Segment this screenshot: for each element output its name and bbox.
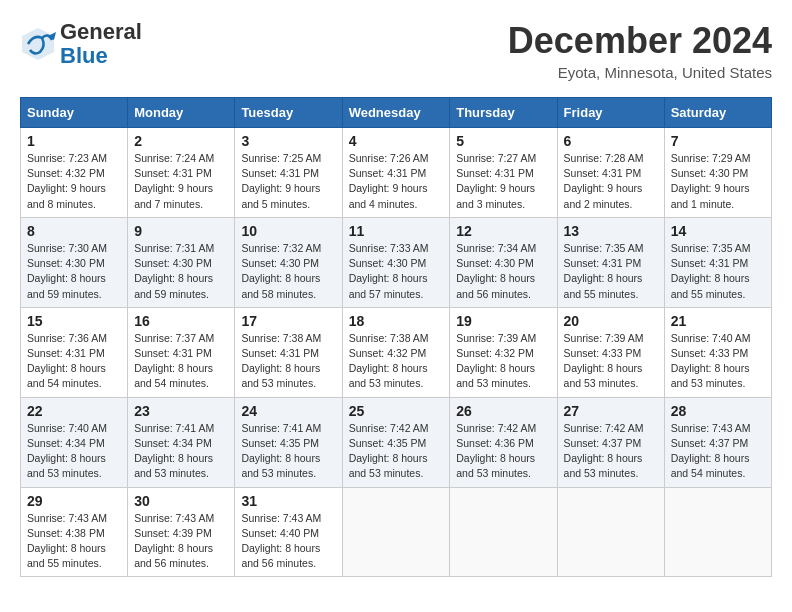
calendar-cell: 25Sunrise: 7:42 AMSunset: 4:35 PMDayligh… <box>342 397 450 487</box>
location: Eyota, Minnesota, United States <box>508 64 772 81</box>
calendar-cell: 17Sunrise: 7:38 AMSunset: 4:31 PMDayligh… <box>235 307 342 397</box>
day-info: Sunrise: 7:30 AMSunset: 4:30 PMDaylight:… <box>27 241 121 302</box>
calendar-cell <box>664 487 771 577</box>
day-number: 27 <box>564 403 658 419</box>
day-number: 13 <box>564 223 658 239</box>
day-number: 30 <box>134 493 228 509</box>
calendar-cell: 26Sunrise: 7:42 AMSunset: 4:36 PMDayligh… <box>450 397 557 487</box>
day-info: Sunrise: 7:31 AMSunset: 4:30 PMDaylight:… <box>134 241 228 302</box>
calendar-cell: 12Sunrise: 7:34 AMSunset: 4:30 PMDayligh… <box>450 217 557 307</box>
weekday-header-sunday: Sunday <box>21 98 128 128</box>
day-info: Sunrise: 7:43 AMSunset: 4:39 PMDaylight:… <box>134 511 228 572</box>
logo: General Blue <box>20 20 142 68</box>
weekday-header-wednesday: Wednesday <box>342 98 450 128</box>
calendar-cell: 13Sunrise: 7:35 AMSunset: 4:31 PMDayligh… <box>557 217 664 307</box>
day-number: 29 <box>27 493 121 509</box>
calendar-cell: 3Sunrise: 7:25 AMSunset: 4:31 PMDaylight… <box>235 128 342 218</box>
day-number: 28 <box>671 403 765 419</box>
calendar-cell: 6Sunrise: 7:28 AMSunset: 4:31 PMDaylight… <box>557 128 664 218</box>
day-number: 1 <box>27 133 121 149</box>
calendar-cell: 24Sunrise: 7:41 AMSunset: 4:35 PMDayligh… <box>235 397 342 487</box>
calendar-cell: 10Sunrise: 7:32 AMSunset: 4:30 PMDayligh… <box>235 217 342 307</box>
calendar-cell: 19Sunrise: 7:39 AMSunset: 4:32 PMDayligh… <box>450 307 557 397</box>
day-info: Sunrise: 7:24 AMSunset: 4:31 PMDaylight:… <box>134 151 228 212</box>
calendar-cell: 4Sunrise: 7:26 AMSunset: 4:31 PMDaylight… <box>342 128 450 218</box>
day-info: Sunrise: 7:37 AMSunset: 4:31 PMDaylight:… <box>134 331 228 392</box>
weekday-header-tuesday: Tuesday <box>235 98 342 128</box>
day-info: Sunrise: 7:42 AMSunset: 4:36 PMDaylight:… <box>456 421 550 482</box>
calendar-cell <box>557 487 664 577</box>
day-info: Sunrise: 7:23 AMSunset: 4:32 PMDaylight:… <box>27 151 121 212</box>
day-number: 5 <box>456 133 550 149</box>
day-number: 17 <box>241 313 335 329</box>
calendar-cell: 18Sunrise: 7:38 AMSunset: 4:32 PMDayligh… <box>342 307 450 397</box>
day-info: Sunrise: 7:43 AMSunset: 4:38 PMDaylight:… <box>27 511 121 572</box>
calendar-cell: 20Sunrise: 7:39 AMSunset: 4:33 PMDayligh… <box>557 307 664 397</box>
day-number: 19 <box>456 313 550 329</box>
month-title: December 2024 <box>508 20 772 62</box>
calendar-cell: 8Sunrise: 7:30 AMSunset: 4:30 PMDaylight… <box>21 217 128 307</box>
day-info: Sunrise: 7:39 AMSunset: 4:32 PMDaylight:… <box>456 331 550 392</box>
day-info: Sunrise: 7:33 AMSunset: 4:30 PMDaylight:… <box>349 241 444 302</box>
logo-text: General Blue <box>60 20 142 68</box>
day-info: Sunrise: 7:41 AMSunset: 4:35 PMDaylight:… <box>241 421 335 482</box>
day-number: 18 <box>349 313 444 329</box>
day-number: 7 <box>671 133 765 149</box>
day-number: 22 <box>27 403 121 419</box>
day-info: Sunrise: 7:36 AMSunset: 4:31 PMDaylight:… <box>27 331 121 392</box>
day-number: 16 <box>134 313 228 329</box>
day-info: Sunrise: 7:39 AMSunset: 4:33 PMDaylight:… <box>564 331 658 392</box>
calendar-cell: 11Sunrise: 7:33 AMSunset: 4:30 PMDayligh… <box>342 217 450 307</box>
day-number: 6 <box>564 133 658 149</box>
weekday-header-monday: Monday <box>128 98 235 128</box>
day-number: 3 <box>241 133 335 149</box>
day-number: 24 <box>241 403 335 419</box>
calendar-cell: 2Sunrise: 7:24 AMSunset: 4:31 PMDaylight… <box>128 128 235 218</box>
day-info: Sunrise: 7:38 AMSunset: 4:32 PMDaylight:… <box>349 331 444 392</box>
calendar-cell: 15Sunrise: 7:36 AMSunset: 4:31 PMDayligh… <box>21 307 128 397</box>
title-block: December 2024 Eyota, Minnesota, United S… <box>508 20 772 81</box>
calendar-cell: 28Sunrise: 7:43 AMSunset: 4:37 PMDayligh… <box>664 397 771 487</box>
calendar-week-3: 15Sunrise: 7:36 AMSunset: 4:31 PMDayligh… <box>21 307 772 397</box>
weekday-header-thursday: Thursday <box>450 98 557 128</box>
page-header: General Blue December 2024 Eyota, Minnes… <box>20 20 772 81</box>
calendar-week-2: 8Sunrise: 7:30 AMSunset: 4:30 PMDaylight… <box>21 217 772 307</box>
day-info: Sunrise: 7:35 AMSunset: 4:31 PMDaylight:… <box>564 241 658 302</box>
day-info: Sunrise: 7:43 AMSunset: 4:40 PMDaylight:… <box>241 511 335 572</box>
day-number: 2 <box>134 133 228 149</box>
day-number: 31 <box>241 493 335 509</box>
logo-general: General <box>60 19 142 44</box>
calendar-cell: 1Sunrise: 7:23 AMSunset: 4:32 PMDaylight… <box>21 128 128 218</box>
day-info: Sunrise: 7:43 AMSunset: 4:37 PMDaylight:… <box>671 421 765 482</box>
calendar-cell: 31Sunrise: 7:43 AMSunset: 4:40 PMDayligh… <box>235 487 342 577</box>
logo-blue: Blue <box>60 43 108 68</box>
logo-icon <box>20 26 56 62</box>
day-number: 9 <box>134 223 228 239</box>
calendar-cell: 16Sunrise: 7:37 AMSunset: 4:31 PMDayligh… <box>128 307 235 397</box>
calendar-cell <box>450 487 557 577</box>
day-info: Sunrise: 7:26 AMSunset: 4:31 PMDaylight:… <box>349 151 444 212</box>
day-info: Sunrise: 7:28 AMSunset: 4:31 PMDaylight:… <box>564 151 658 212</box>
day-info: Sunrise: 7:41 AMSunset: 4:34 PMDaylight:… <box>134 421 228 482</box>
calendar-cell: 14Sunrise: 7:35 AMSunset: 4:31 PMDayligh… <box>664 217 771 307</box>
calendar-header: SundayMondayTuesdayWednesdayThursdayFrid… <box>21 98 772 128</box>
day-info: Sunrise: 7:29 AMSunset: 4:30 PMDaylight:… <box>671 151 765 212</box>
calendar-cell: 30Sunrise: 7:43 AMSunset: 4:39 PMDayligh… <box>128 487 235 577</box>
day-number: 14 <box>671 223 765 239</box>
calendar-cell: 22Sunrise: 7:40 AMSunset: 4:34 PMDayligh… <box>21 397 128 487</box>
day-info: Sunrise: 7:42 AMSunset: 4:37 PMDaylight:… <box>564 421 658 482</box>
day-info: Sunrise: 7:34 AMSunset: 4:30 PMDaylight:… <box>456 241 550 302</box>
svg-marker-0 <box>22 28 54 60</box>
day-number: 26 <box>456 403 550 419</box>
day-number: 4 <box>349 133 444 149</box>
calendar-cell: 29Sunrise: 7:43 AMSunset: 4:38 PMDayligh… <box>21 487 128 577</box>
day-number: 23 <box>134 403 228 419</box>
day-info: Sunrise: 7:40 AMSunset: 4:34 PMDaylight:… <box>27 421 121 482</box>
day-info: Sunrise: 7:35 AMSunset: 4:31 PMDaylight:… <box>671 241 765 302</box>
weekday-header-friday: Friday <box>557 98 664 128</box>
calendar-week-4: 22Sunrise: 7:40 AMSunset: 4:34 PMDayligh… <box>21 397 772 487</box>
day-number: 20 <box>564 313 658 329</box>
day-number: 25 <box>349 403 444 419</box>
calendar-cell <box>342 487 450 577</box>
calendar-cell: 9Sunrise: 7:31 AMSunset: 4:30 PMDaylight… <box>128 217 235 307</box>
